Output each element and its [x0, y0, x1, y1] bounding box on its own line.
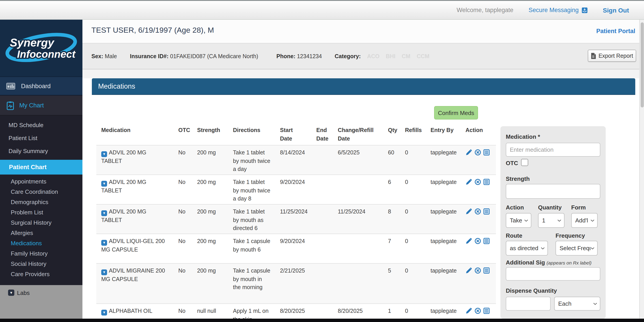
additional-sig-label-text: Additional Sig [506, 259, 545, 266]
discontinue-icon[interactable] [474, 267, 481, 276]
patient-portal-link[interactable]: Patient Portal [596, 28, 635, 34]
edit-icon[interactable] [466, 267, 472, 276]
sidebar-item-md-schedule[interactable]: MD Schedule [0, 119, 82, 132]
cell-entry-by: tapplegate [426, 145, 462, 175]
cell-medication: ▾ALPHABATH OIL [96, 304, 174, 319]
details-icon[interactable] [484, 208, 490, 217]
patient-header: TEST USER, 6/19/1997 (Age 28), M Patient… [82, 20, 644, 43]
sign-out-link[interactable]: Sign Out [603, 6, 629, 14]
sidebar-item-labs[interactable]: ▾ Labs [0, 285, 82, 319]
cell-strength: null null [193, 304, 229, 319]
secure-messaging-link[interactable]: Secure Messaging [529, 7, 588, 13]
sidebar-item-allergies[interactable]: Allergies [0, 228, 82, 238]
sidebar-item-social-history[interactable]: Social History [0, 259, 82, 269]
medications-panel-header: Medications [92, 78, 635, 95]
sidebar-item-demographics[interactable]: Demographics [0, 197, 82, 207]
medication-caret-icon[interactable]: ▾ [101, 151, 107, 157]
cell-strength: 200 mg [193, 234, 229, 263]
discontinue-icon[interactable] [474, 179, 481, 188]
discontinue-icon[interactable] [474, 308, 481, 317]
sidebar-item-problem-list[interactable]: Problem List [0, 207, 82, 218]
medications-table-header: MedicationOTCStrengthDirectionsStart Dat… [96, 122, 496, 145]
table-row: ▾ADVIL 200 MG TABLETNo200 mgTake 1 table… [96, 175, 496, 204]
cell-change-refill-date: 6/5/2025 [334, 145, 384, 175]
cell-medication: ▾ADVIL 200 MG TABLET [96, 175, 174, 204]
details-icon[interactable] [484, 179, 490, 188]
frequency-select[interactable]: Select Frequ [556, 241, 598, 256]
scrollbar-thumb[interactable] [641, 22, 644, 107]
frequency-select-value: Select Frequ [560, 245, 590, 252]
medication-caret-icon[interactable]: ▾ [101, 240, 107, 246]
edit-icon[interactable] [466, 149, 472, 158]
sidebar-item-daily-summary[interactable]: Daily Summary [0, 145, 82, 158]
cell-entry-by: tapplegate [426, 205, 462, 234]
sidebar-item-care-coordination[interactable]: Care Coordination [0, 187, 82, 197]
medication-caret-icon[interactable]: ▾ [101, 210, 107, 216]
sidebar-item-appointments[interactable]: Appointments [0, 176, 82, 187]
edit-icon[interactable] [466, 238, 472, 247]
sidebar-item-care-providers[interactable]: Care Providers [0, 269, 82, 279]
sidebar-item-patient-chart[interactable]: Patient Chart [0, 160, 82, 175]
export-report-button[interactable]: Export Report [588, 50, 636, 62]
form-label: Form [571, 204, 586, 211]
cell-end-date [312, 304, 334, 319]
edit-icon[interactable] [466, 208, 472, 217]
route-select[interactable]: as directed [506, 241, 548, 256]
cell-end-date [312, 234, 334, 263]
cell-change-refill-date [334, 264, 384, 304]
medication-input[interactable] [506, 143, 600, 157]
sidebar-item-family-history[interactable]: Family History [0, 248, 82, 259]
cell-directions: Take 1 capsule by mouth 6 [229, 234, 276, 263]
discontinue-icon[interactable] [474, 149, 481, 158]
sidebar-item-dashboard[interactable]: Dashboard [0, 77, 82, 95]
medication-caret-icon[interactable]: ▾ [101, 269, 107, 275]
details-icon[interactable] [484, 267, 490, 276]
details-icon[interactable] [484, 308, 490, 317]
column-header: Medication [96, 123, 174, 145]
cell-entry-by: tapplegate [426, 234, 462, 263]
cell-end-date [312, 205, 334, 234]
otc-checkbox[interactable] [521, 159, 528, 166]
cell-change-refill-date: 8/20/2025 [334, 304, 384, 319]
sidebar-item-surgical-history[interactable]: Surgical History [0, 218, 82, 228]
category-badge: ACO [367, 53, 380, 59]
sidebar-item-patient-list[interactable]: Patient List [0, 132, 82, 145]
edit-icon[interactable] [466, 308, 472, 317]
quantity-select[interactable]: 1 [538, 213, 564, 228]
medication-name: ADVIL 200 MG TABLET [101, 149, 146, 164]
sex-field: Sex: Male [92, 53, 117, 59]
medications-panel-title: Medications [98, 82, 135, 90]
patient-info-bar: Sex: Male Insurance ID#: 01FAKEID087 (CA… [82, 43, 644, 69]
medication-caret-icon[interactable]: ▾ [101, 310, 107, 316]
details-icon[interactable] [484, 149, 490, 158]
sidebar: Synergy Infoconnect Dashboard My Chart M… [0, 20, 82, 319]
strength-input[interactable] [506, 184, 600, 199]
cell-otc: No [174, 304, 193, 319]
edit-icon[interactable] [466, 179, 472, 188]
table-row: ▾ADVIL 200 MG TABLETNo200 mgTake 1 table… [96, 145, 496, 175]
insurance-field: Insurance ID#: 01FAKEID087 (CA Medicare … [130, 53, 258, 59]
sidebar-item-medications[interactable]: Medications [0, 238, 82, 248]
form-select[interactable]: Add'l [571, 213, 598, 228]
route-label: Route [506, 232, 522, 239]
cell-qty: 1 [384, 304, 401, 319]
cell-entry-by: tapplegate [426, 175, 462, 204]
cell-entry-by: tapplegate [426, 264, 462, 304]
cell-directions: Take 1 tablet by mouth as directed 6 [229, 205, 276, 234]
cell-refills: 0 [401, 175, 426, 204]
cell-action [462, 234, 490, 263]
phone-field: Phone: 12341234 [276, 53, 322, 59]
scrollbar-track[interactable] [639, 20, 644, 319]
confirm-meds-button[interactable]: Confirm Meds [434, 106, 478, 119]
dispense-unit-value: Each [558, 300, 572, 307]
chevron-down-icon [557, 219, 561, 222]
dispense-unit-select[interactable]: Each [554, 297, 600, 311]
discontinue-icon[interactable] [474, 238, 481, 247]
additional-sig-input[interactable] [506, 267, 600, 281]
sidebar-item-my-chart[interactable]: My Chart [0, 96, 82, 115]
dispense-quantity-input[interactable] [506, 297, 550, 311]
action-select[interactable]: Take [506, 213, 531, 228]
details-icon[interactable] [484, 238, 490, 247]
discontinue-icon[interactable] [474, 208, 481, 217]
medication-caret-icon[interactable]: ▾ [101, 181, 107, 187]
